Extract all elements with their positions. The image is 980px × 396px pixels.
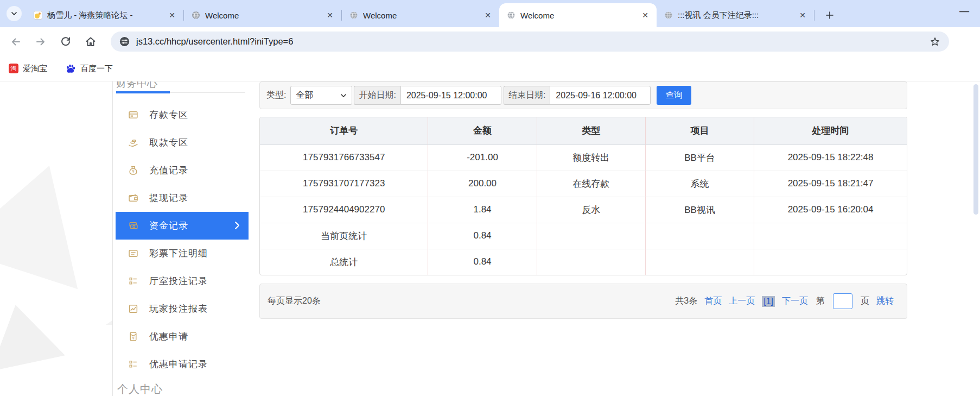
- tab-search-button[interactable]: [7, 6, 22, 21]
- sidebar-item-label: 优惠申请记录: [149, 358, 208, 370]
- end-date-label: 结束日期:: [504, 86, 550, 105]
- cell-project: BB平台: [645, 144, 754, 171]
- cell-empty: [754, 249, 907, 275]
- tab-title: 杨雪儿 - 海燕策略论坛 -: [47, 10, 162, 21]
- close-icon[interactable]: ✕: [325, 10, 335, 20]
- page-prefix-label: 第: [816, 296, 825, 307]
- page-number-input[interactable]: [833, 293, 852, 309]
- sidebar-item-fund-records[interactable]: 资金记录: [116, 212, 249, 240]
- prev-page-link[interactable]: 上一页: [729, 296, 755, 307]
- tab-title: Welcome: [520, 11, 635, 20]
- sidebar-item-promo-record[interactable]: 优惠申请记录: [116, 350, 249, 378]
- tab-title: Welcome: [205, 11, 320, 20]
- browser-window: 杨雪儿 - 海燕策略论坛 - ✕ Welcome ✕ Welcome ✕: [0, 0, 980, 396]
- sidebar-item-label: 资金记录: [149, 219, 188, 232]
- total-count-text: 共3条: [675, 296, 697, 307]
- cell-empty: [754, 223, 907, 249]
- tab-forum[interactable]: 杨雪儿 - 海燕策略论坛 - ✕: [26, 3, 183, 27]
- type-select-value: 全部: [296, 90, 313, 101]
- sidebar-item-label: 优惠申请: [149, 330, 188, 343]
- first-page-link[interactable]: 首页: [704, 296, 722, 307]
- col-project: 项目: [645, 117, 754, 144]
- sidebar-item-promo-apply[interactable]: ¥ 优惠申请: [116, 323, 249, 350]
- sidebar-item-label: 取款专区: [149, 136, 188, 149]
- cell-order-id: 1757924404902270: [260, 197, 428, 223]
- sidebar-item-lottery-bets[interactable]: 彩票下注明细: [116, 240, 249, 267]
- window-minimize-button[interactable]: —: [959, 5, 969, 17]
- sidebar-item-withdraw-record[interactable]: 提现记录: [116, 184, 249, 212]
- tab-welcome-active[interactable]: Welcome ✕: [499, 3, 657, 27]
- browser-toolbar: js13.cc/hhcp/usercenter.html?iniType=6: [0, 27, 980, 56]
- start-date-input[interactable]: [400, 86, 501, 105]
- tab-title: :::视讯 会员下注纪录:::: [678, 10, 793, 21]
- next-page-link[interactable]: 下一页: [782, 296, 808, 307]
- checklist-icon: [128, 359, 138, 369]
- col-type: 类型: [537, 117, 645, 144]
- cell-process-time: 2025-09-15 16:20:04: [754, 197, 907, 223]
- main-panel: 类型: 全部 开始日期: 结束日期: 查询: [259, 81, 907, 319]
- back-icon[interactable]: [10, 36, 22, 48]
- moneybag-icon: ¥: [128, 165, 138, 175]
- watermark-triangle: [0, 297, 65, 372]
- svg-text:¥: ¥: [132, 336, 135, 341]
- bookmark-label: 爱淘宝: [23, 64, 47, 74]
- type-label: 类型:: [266, 90, 286, 101]
- new-tab-button[interactable]: [822, 8, 837, 23]
- current-page-indicator: [1]: [762, 296, 775, 307]
- close-icon[interactable]: ✕: [640, 10, 650, 20]
- address-bar[interactable]: js13.cc/hhcp/usercenter.html?iniType=6: [111, 32, 949, 52]
- type-select[interactable]: 全部: [290, 86, 352, 105]
- tab-welcome-1[interactable]: Welcome ✕: [184, 3, 341, 27]
- sidebar-item-label: 存款专区: [149, 109, 188, 121]
- svg-text:¥: ¥: [132, 169, 135, 174]
- cell-label: 当前页统计: [260, 223, 428, 249]
- globe-icon: [192, 11, 200, 20]
- tab-title: Welcome: [363, 11, 478, 20]
- baidu-paw-icon: [66, 64, 76, 74]
- accent-underline: [116, 91, 170, 93]
- close-icon[interactable]: ✕: [167, 10, 177, 20]
- page-suffix-label: 页: [861, 296, 869, 307]
- chevron-down-icon: [10, 10, 18, 17]
- cell-amount: 0.84: [428, 249, 537, 275]
- bookmark-taobao[interactable]: 淘 爱淘宝: [9, 64, 47, 74]
- sidebar-item-label: 厅室投注记录: [149, 275, 208, 287]
- cell-empty: [537, 249, 645, 275]
- cell-type: 反水: [537, 197, 645, 223]
- cell-process-time: 2025-09-15 18:21:47: [754, 171, 907, 197]
- cell-order-id: 1757931707177323: [260, 171, 428, 197]
- tab-video-records[interactable]: :::视讯 会员下注纪录::: ✕: [657, 3, 814, 27]
- sidebar-item-player-report[interactable]: 玩家投注报表: [116, 295, 249, 323]
- tab-strip: 杨雪儿 - 海燕策略论坛 - ✕ Welcome ✕ Welcome ✕: [0, 0, 980, 27]
- reload-icon[interactable]: [60, 36, 72, 48]
- query-button[interactable]: 查询: [657, 86, 691, 105]
- home-icon[interactable]: [85, 36, 97, 48]
- deposit-card-icon: [128, 110, 138, 120]
- cell-project: 系统: [645, 171, 754, 197]
- table-row-page-total: 当前页统计 0.84: [260, 223, 907, 249]
- sidebar-item-deposit[interactable]: 存款专区: [116, 101, 249, 129]
- globe-icon: [507, 11, 516, 20]
- page-scrollbar[interactable]: [973, 84, 978, 215]
- close-icon[interactable]: ✕: [798, 10, 807, 20]
- forward-icon[interactable]: [35, 36, 47, 48]
- url-text[interactable]: js13.cc/hhcp/usercenter.html?iniType=6: [136, 36, 923, 47]
- cell-process-time: 2025-09-15 18:22:48: [754, 144, 907, 171]
- col-amount: 金额: [428, 117, 537, 144]
- sidebar-section-finance: 财务中心: [116, 81, 245, 90]
- tab-separator: [814, 10, 814, 21]
- close-icon[interactable]: ✕: [483, 10, 493, 20]
- sidebar-item-room-bets[interactable]: 厅室投注记录: [116, 267, 249, 295]
- globe-icon: [664, 11, 673, 20]
- banknotes-icon: [128, 221, 138, 231]
- cell-type: 额度转出: [537, 144, 645, 171]
- sidebar-item-withdraw[interactable]: 取款专区: [116, 129, 249, 156]
- end-date-input[interactable]: [550, 86, 651, 105]
- bookmark-star-icon[interactable]: [930, 36, 940, 47]
- records-table: 订单号 金额 类型 项目 处理时间 1757931766733547 -201.…: [259, 117, 907, 275]
- jump-link[interactable]: 跳转: [876, 296, 894, 307]
- site-info-icon[interactable]: [119, 36, 130, 47]
- sidebar-item-recharge-record[interactable]: ¥ 充值记录: [116, 156, 249, 184]
- tab-welcome-2[interactable]: Welcome ✕: [342, 3, 499, 27]
- bookmark-baidu[interactable]: 百度一下: [66, 64, 113, 74]
